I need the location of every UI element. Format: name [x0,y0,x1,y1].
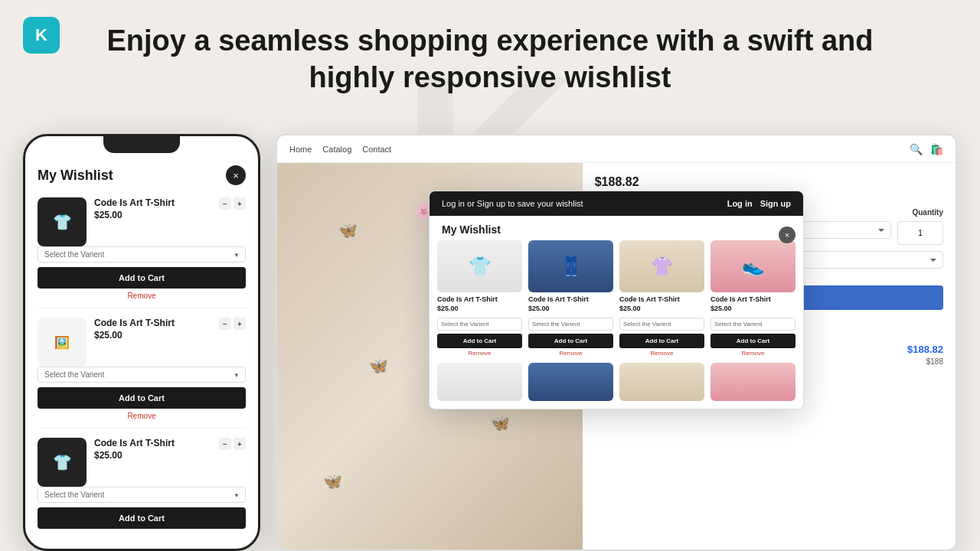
subtotal-value: $188 [926,357,943,366]
quantity-plus[interactable]: + [234,197,246,210]
item-quantity-controls: − + [219,438,246,450]
item-image: 👕 [38,197,87,246]
login-button[interactable]: Log in [727,199,753,208]
popup-variant-select[interactable]: Select the Varient [710,318,795,331]
remove-link[interactable]: Remove [38,412,246,420]
tshirt-icon: 🖼️ [38,318,87,367]
quantity-plus[interactable]: + [234,438,246,450]
popup-auth-bar: Log in or Sign up to save your wishlist … [430,191,803,216]
add-to-cart-button[interactable]: Add to Cart [38,267,246,289]
popup-second-row [430,363,803,409]
add-to-cart-button[interactable]: Add to Cart [38,387,246,409]
search-icon[interactable]: 🔍 [910,143,923,155]
variant-select[interactable]: Select the Varient [38,246,246,262]
popup-product-name: Code Is Art T-Shirt [437,295,522,303]
item-name: Code Is Art T-Shirt [94,438,219,448]
nav-icons: 🔍 🛍️ [910,143,943,155]
mobile-mockup: My Wishlist × 👕 Code Is Art T-Shirt $25.… [23,134,260,551]
product-img-placeholder: 👟 [710,240,795,292]
close-button[interactable]: × [226,165,246,185]
popup-remove-link[interactable]: Remove [528,350,613,357]
phone-notch [103,136,180,153]
logo-letter: K [35,25,47,45]
item-image: 🖼️ [38,318,87,367]
wishlist-item: 👕 Code Is Art T-Shirt $25.00 − + Select … [38,438,246,540]
variant-select[interactable]: Select the Varient [38,487,246,503]
popup-product-price: $25.00 [619,305,704,312]
close-icon: × [233,170,239,181]
product-img-placeholder: 👚 [619,240,704,292]
browser-content: 🦋 🦋 🦋 🦋 🦋 🦋 🌸 $188.82 Tax included. Colo… [277,163,956,549]
item-price: $25.00 [94,330,219,341]
product-img-placeholder: 👖 [528,240,613,292]
variant-wrapper: Select the Varient ▼ [38,367,246,383]
popup-product-item: 👖 Code Is Art T-Shirt $25.00 Select the … [528,240,613,357]
page-title: Enjoy a seamless shopping experience wit… [61,23,919,96]
popup-remove-link[interactable]: Remove [710,350,795,357]
popup-product-price: $25.00 [528,305,613,312]
remove-link[interactable]: Remove [38,292,246,300]
quantity-minus[interactable]: − [219,438,231,450]
popup-product-item: 👕 Code Is Art T-Shirt $25.00 Select the … [437,240,522,357]
popup-close-button[interactable]: × [779,227,795,243]
popup-variant-select[interactable]: Select the Varient [437,318,522,331]
popup-add-to-cart-button[interactable]: Add to Cart [528,334,613,348]
wishlist-title: My Wishlist [38,168,113,184]
item-name: Code Is Art T-Shirt [94,318,219,328]
popup-second-image [619,363,704,401]
variant-wrapper: Select the Varient ▼ [38,487,246,503]
wishlist-item: 👕 Code Is Art T-Shirt $25.00 − + Select … [38,197,246,308]
item-image: 👕 [38,438,87,487]
butterfly-decoration: 🦋 [338,221,358,240]
item-quantity-controls: − + [219,318,246,330]
popup-product-name: Code Is Art T-Shirt [710,295,795,303]
popup-remove-link[interactable]: Remove [619,350,704,357]
item-top-row: 👕 Code Is Art T-Shirt $25.00 − + [38,197,246,246]
popup-product-image: 👕 [437,240,522,292]
popup-second-image [710,363,795,401]
quantity-minus[interactable]: − [219,197,231,210]
popup-remove-link[interactable]: Remove [437,350,522,357]
nav-catalog[interactable]: Catalog [322,145,351,154]
popup-product-item: 👟 Code Is Art T-Shirt $25.00 Select the … [710,240,795,357]
popup-add-to-cart-button[interactable]: Add to Cart [619,334,704,348]
item-info: Code Is Art T-Shirt $25.00 [87,438,219,465]
butterfly-decoration: 🦋 [323,472,342,491]
wishlist-header: My Wishlist × [38,165,246,185]
item-info: Code Is Art T-Shirt $25.00 [87,318,219,345]
quantity-label: Quantity [912,208,943,217]
nav-home[interactable]: Home [289,145,312,154]
popup-product-item: 👚 Code Is Art T-Shirt $25.00 Select the … [619,240,704,357]
cart-icon[interactable]: 🛍️ [930,143,943,155]
main-content: My Wishlist × 👕 Code Is Art T-Shirt $25.… [0,134,980,551]
browser-mockup: Home Catalog Contact 🔍 🛍️ 🦋 🦋 🦋 🦋 🦋 🦋 [276,134,957,551]
quantity-input[interactable] [897,221,943,245]
item-name: Code Is Art T-Shirt [94,197,219,208]
signup-button[interactable]: Sign up [760,199,791,208]
app-logo[interactable]: K [23,17,60,54]
tshirt-icon: 👕 [38,197,87,246]
popup-product-image: 👟 [710,240,795,292]
quantity-minus[interactable]: − [219,318,231,330]
item-top-row: 🖼️ Code Is Art T-Shirt $25.00 − + [38,318,246,367]
popup-second-image [437,363,522,401]
tshirt-icon: 👕 [38,438,87,487]
popup-variant-select[interactable]: Select the Varient [619,318,704,331]
variant-wrapper: Select the Varient ▼ [38,246,246,262]
popup-wishlist-title: My Wishlist [430,216,803,240]
wishlist-item: 🖼️ Code Is Art T-Shirt $25.00 − + Select… [38,318,246,429]
add-to-cart-button[interactable]: Add to Cart [38,507,246,529]
item-quantity-controls: − + [219,197,246,210]
popup-product-price: $25.00 [710,305,795,312]
popup-add-to-cart-button[interactable]: Add to Cart [710,334,795,348]
phone-inner: My Wishlist × 👕 Code Is Art T-Shirt $25.… [25,136,258,549]
nav-contact[interactable]: Contact [362,145,391,154]
summary-total: $188.82 [907,344,943,355]
quantity-plus[interactable]: + [234,318,246,330]
popup-product-grid: 👕 Code Is Art T-Shirt $25.00 Select the … [430,240,803,363]
item-info: Code Is Art T-Shirt $25.00 [87,197,219,225]
popup-variant-select[interactable]: Select the Varient [528,318,613,331]
item-top-row: 👕 Code Is Art T-Shirt $25.00 − + [38,438,246,487]
variant-select[interactable]: Select the Varient [38,367,246,383]
popup-add-to-cart-button[interactable]: Add to Cart [437,334,522,348]
